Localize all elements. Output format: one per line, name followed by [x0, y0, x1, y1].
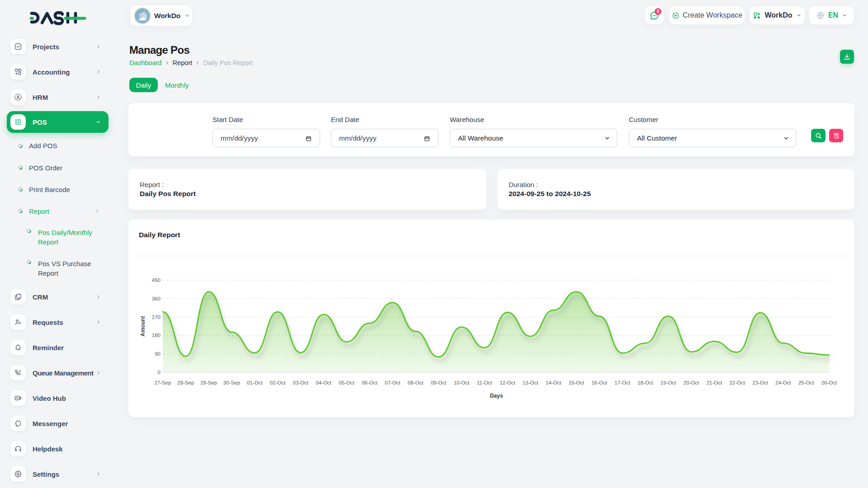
svg-text:180: 180 [152, 333, 160, 338]
svg-text:17-Oct: 17-Oct [614, 380, 630, 385]
svg-text:20-Oct: 20-Oct [684, 380, 699, 385]
svg-text:16-Oct: 16-Oct [591, 380, 607, 385]
svg-text:01-Oct: 01-Oct [247, 380, 263, 385]
svg-text:19-Oct: 19-Oct [660, 380, 676, 385]
svg-text:02-Oct: 02-Oct [270, 380, 286, 385]
svg-text:14-Oct: 14-Oct [546, 380, 561, 385]
svg-text:03-Oct: 03-Oct [293, 380, 309, 385]
svg-text:27-Sep: 27-Sep [154, 380, 171, 385]
svg-text:0: 0 [158, 370, 160, 375]
svg-text:12-Oct: 12-Oct [500, 380, 515, 385]
svg-text:21-Oct: 21-Oct [707, 380, 722, 385]
svg-text:26-Oct: 26-Oct [821, 380, 837, 385]
svg-text:Amount: Amount [140, 316, 146, 336]
svg-text:22-Oct: 22-Oct [729, 380, 745, 385]
svg-text:15-Oct: 15-Oct [569, 380, 585, 385]
svg-text:04-Oct: 04-Oct [316, 380, 332, 385]
svg-text:24-Oct: 24-Oct [775, 380, 791, 385]
svg-text:07-Oct: 07-Oct [385, 380, 401, 385]
svg-text:18-Oct: 18-Oct [637, 380, 653, 385]
svg-text:90: 90 [155, 351, 160, 357]
svg-text:Days: Days [490, 393, 503, 399]
svg-text:08-Oct: 08-Oct [408, 380, 424, 385]
svg-text:11-Oct: 11-Oct [477, 380, 492, 385]
svg-text:450: 450 [152, 277, 160, 283]
svg-text:270: 270 [152, 314, 160, 320]
svg-text:23-Oct: 23-Oct [752, 380, 768, 385]
svg-text:06-Oct: 06-Oct [362, 380, 377, 385]
svg-text:28-Sep: 28-Sep [177, 380, 194, 385]
svg-text:09-Oct: 09-Oct [431, 380, 447, 385]
svg-text:13-Oct: 13-Oct [523, 380, 538, 385]
svg-text:05-Oct: 05-Oct [339, 380, 354, 385]
svg-text:29-Sep: 29-Sep [200, 380, 217, 385]
svg-text:30-Sep: 30-Sep [223, 380, 240, 385]
svg-text:360: 360 [152, 296, 160, 301]
svg-text:25-Oct: 25-Oct [798, 380, 814, 385]
svg-text:10-Oct: 10-Oct [454, 380, 470, 385]
